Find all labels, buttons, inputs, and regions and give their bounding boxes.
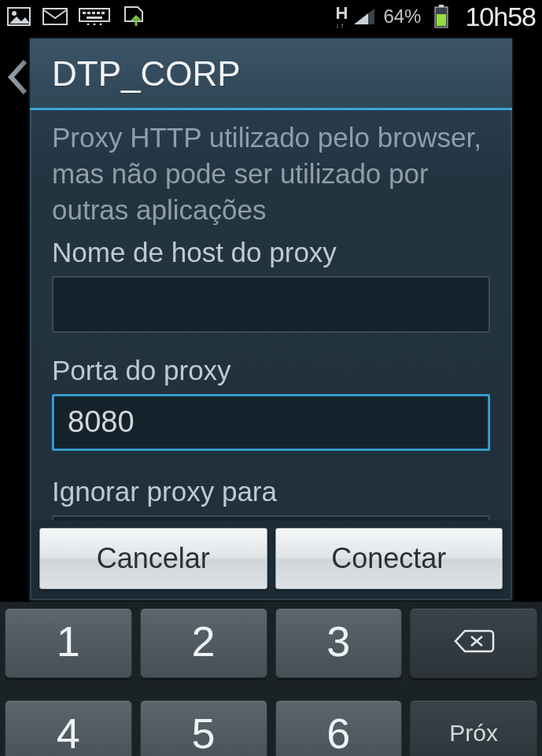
dialog-actions: Cancelar Conectar [30,520,512,600]
dialog-title: DTP_CORP [30,39,512,110]
svg-point-1 [12,11,17,16]
svg-rect-15 [437,14,446,26]
screen: { "status": { "network_type": "H", "batt… [0,0,542,756]
key-row-1: 1 2 3 [5,608,537,678]
svg-point-11 [94,24,96,26]
numeric-keyboard: 1 2 3 4 5 6 Próx [0,602,542,756]
proxy-host-input[interactable] [52,276,490,333]
svg-rect-4 [83,12,86,14]
upload-icon [121,6,146,28]
key-5[interactable]: 5 [140,700,267,756]
cancel-button[interactable]: Cancelar [39,528,267,589]
key-6[interactable]: 6 [275,700,403,756]
dialog-body: Proxy HTTP utilizado pelo browser, mas n… [30,110,512,520]
svg-rect-9 [87,17,102,19]
proxy-host-label: Nome de host do proxy [52,237,490,268]
svg-rect-2 [43,9,67,24]
proxy-bypass-label: Ignorar proxy para [52,476,490,507]
battery-icon [429,6,454,28]
key-backspace[interactable] [410,608,537,678]
svg-point-12 [100,24,102,26]
status-bar: H↓↑ 64% 10h58 [0,0,542,33]
network-type: H↓↑ [336,3,349,28]
svg-rect-6 [92,12,95,14]
key-3[interactable]: 3 [275,608,403,678]
proxy-port-label: Porta do proxy [52,355,490,386]
proxy-port-input[interactable] [52,394,490,451]
proxy-dialog: DTP_CORP Proxy HTTP utilizado pelo brows… [28,37,514,602]
dialog-description: Proxy HTTP utilizado pelo browser, mas n… [52,120,490,229]
svg-rect-7 [97,12,100,14]
status-left [6,6,146,28]
key-next[interactable]: Próx [410,700,537,756]
battery-pct: 64% [383,6,421,28]
status-right: H↓↑ 64% 10h58 [336,2,536,32]
key-2[interactable]: 2 [140,608,267,678]
svg-rect-5 [87,12,90,14]
keyboard-indicator-icon [79,6,110,28]
gallery-icon [6,6,31,28]
svg-rect-3 [79,9,109,21]
status-time: 10h58 [465,2,536,32]
svg-rect-8 [101,12,105,14]
signal-icon [352,6,377,28]
key-1[interactable]: 1 [5,608,132,678]
connect-button[interactable]: Conectar [275,528,503,589]
key-row-2: 4 5 6 Próx [5,686,537,756]
backspace-icon [452,628,495,655]
mail-icon [42,6,68,28]
svg-point-10 [87,24,90,26]
key-4[interactable]: 4 [5,700,132,756]
